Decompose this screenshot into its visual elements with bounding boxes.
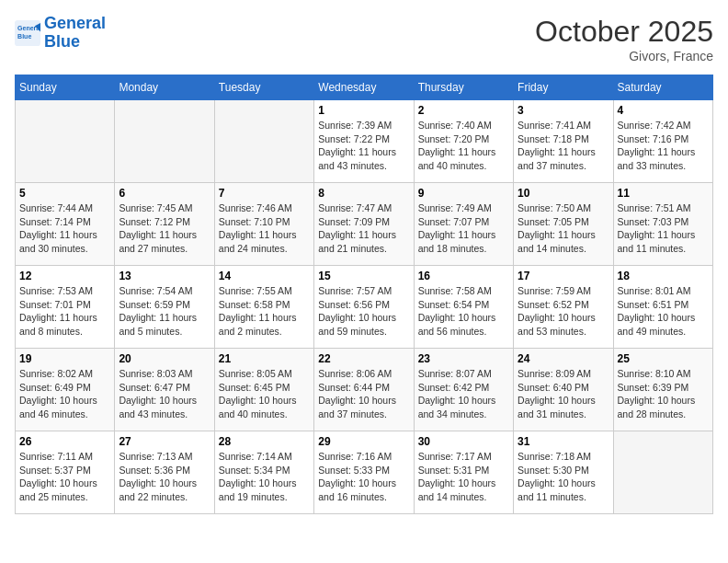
- calendar-week-3: 12Sunrise: 7:53 AM Sunset: 7:01 PM Dayli…: [16, 266, 713, 349]
- day-info: Sunrise: 8:03 AM Sunset: 6:47 PM Dayligh…: [119, 367, 210, 421]
- calendar-cell: 19Sunrise: 8:02 AM Sunset: 6:49 PM Dayli…: [16, 349, 115, 431]
- day-number: 13: [119, 270, 210, 282]
- calendar-cell: [613, 431, 712, 514]
- day-number: 8: [318, 187, 409, 200]
- calendar-cell: 6Sunrise: 7:45 AM Sunset: 7:12 PM Daylig…: [115, 183, 214, 266]
- day-info: Sunrise: 7:14 AM Sunset: 5:34 PM Dayligh…: [219, 450, 310, 504]
- day-number: 25: [618, 352, 709, 365]
- calendar-table: SundayMondayTuesdayWednesdayThursdayFrid…: [15, 75, 713, 514]
- day-info: Sunrise: 7:44 AM Sunset: 7:14 PM Dayligh…: [19, 201, 110, 256]
- calendar-cell: 22Sunrise: 8:06 AM Sunset: 6:44 PM Dayli…: [314, 349, 414, 431]
- day-info: Sunrise: 7:13 AM Sunset: 5:36 PM Dayligh…: [119, 450, 210, 504]
- day-number: 11: [618, 187, 709, 200]
- day-info: Sunrise: 7:51 AM Sunset: 7:03 PM Dayligh…: [618, 201, 709, 256]
- day-number: 10: [518, 187, 609, 200]
- calendar-cell: 12Sunrise: 7:53 AM Sunset: 7:01 PM Dayli…: [16, 266, 115, 349]
- weekday-header-friday: Friday: [514, 75, 613, 100]
- calendar-cell: 10Sunrise: 7:50 AM Sunset: 7:05 PM Dayli…: [514, 183, 613, 266]
- day-info: Sunrise: 8:06 AM Sunset: 6:44 PM Dayligh…: [318, 367, 409, 421]
- weekday-header-row: SundayMondayTuesdayWednesdayThursdayFrid…: [16, 75, 713, 100]
- day-number: 22: [318, 352, 409, 365]
- calendar-cell: [115, 100, 214, 183]
- day-info: Sunrise: 7:57 AM Sunset: 6:56 PM Dayligh…: [318, 284, 409, 339]
- day-number: 7: [219, 187, 310, 200]
- day-info: Sunrise: 7:45 AM Sunset: 7:12 PM Dayligh…: [119, 201, 210, 256]
- day-info: Sunrise: 7:16 AM Sunset: 5:33 PM Dayligh…: [318, 450, 409, 504]
- calendar-cell: 15Sunrise: 7:57 AM Sunset: 6:56 PM Dayli…: [314, 266, 414, 349]
- page-header: General Blue GeneralBlue October 2025 Gi…: [15, 15, 713, 63]
- day-number: 19: [19, 352, 110, 365]
- day-number: 5: [19, 187, 110, 200]
- day-number: 23: [418, 352, 509, 365]
- calendar-week-1: 1Sunrise: 7:39 AM Sunset: 7:22 PM Daylig…: [16, 100, 713, 183]
- calendar-cell: 28Sunrise: 7:14 AM Sunset: 5:34 PM Dayli…: [214, 431, 313, 514]
- calendar-cell: 23Sunrise: 8:07 AM Sunset: 6:42 PM Dayli…: [414, 349, 513, 431]
- day-info: Sunrise: 8:10 AM Sunset: 6:39 PM Dayligh…: [618, 367, 709, 421]
- day-number: 9: [418, 187, 509, 200]
- calendar-cell: 30Sunrise: 7:17 AM Sunset: 5:31 PM Dayli…: [414, 431, 513, 514]
- day-number: 28: [219, 435, 310, 448]
- calendar-cell: 31Sunrise: 7:18 AM Sunset: 5:30 PM Dayli…: [514, 431, 613, 514]
- day-info: Sunrise: 7:58 AM Sunset: 6:54 PM Dayligh…: [418, 284, 509, 339]
- calendar-cell: 13Sunrise: 7:54 AM Sunset: 6:59 PM Dayli…: [115, 266, 214, 349]
- month-title: October 2025: [535, 15, 713, 49]
- logo-icon: General Blue: [15, 20, 40, 46]
- day-number: 16: [418, 270, 509, 282]
- day-number: 24: [518, 352, 609, 365]
- calendar-cell: 26Sunrise: 7:11 AM Sunset: 5:37 PM Dayli…: [16, 431, 115, 514]
- svg-text:Blue: Blue: [17, 33, 31, 40]
- weekday-header-thursday: Thursday: [414, 75, 513, 100]
- calendar-cell: 20Sunrise: 8:03 AM Sunset: 6:47 PM Dayli…: [115, 349, 214, 431]
- day-info: Sunrise: 8:02 AM Sunset: 6:49 PM Dayligh…: [19, 367, 110, 421]
- calendar-cell: 21Sunrise: 8:05 AM Sunset: 6:45 PM Dayli…: [214, 349, 313, 431]
- day-info: Sunrise: 7:17 AM Sunset: 5:31 PM Dayligh…: [418, 450, 509, 504]
- day-number: 17: [518, 270, 609, 282]
- calendar-cell: 16Sunrise: 7:58 AM Sunset: 6:54 PM Dayli…: [414, 266, 513, 349]
- weekday-header-tuesday: Tuesday: [214, 75, 313, 100]
- calendar-week-2: 5Sunrise: 7:44 AM Sunset: 7:14 PM Daylig…: [16, 183, 713, 266]
- day-info: Sunrise: 7:41 AM Sunset: 7:18 PM Dayligh…: [518, 119, 609, 173]
- calendar-cell: 18Sunrise: 8:01 AM Sunset: 6:51 PM Dayli…: [613, 266, 712, 349]
- day-number: 27: [119, 435, 210, 448]
- calendar-cell: 25Sunrise: 8:10 AM Sunset: 6:39 PM Dayli…: [613, 349, 712, 431]
- calendar-cell: 14Sunrise: 7:55 AM Sunset: 6:58 PM Dayli…: [214, 266, 313, 349]
- logo-text: GeneralBlue: [44, 15, 106, 52]
- calendar-week-4: 19Sunrise: 8:02 AM Sunset: 6:49 PM Dayli…: [16, 349, 713, 431]
- day-number: 3: [518, 104, 609, 117]
- day-info: Sunrise: 8:09 AM Sunset: 6:40 PM Dayligh…: [518, 367, 609, 421]
- day-number: 2: [418, 104, 509, 117]
- calendar-cell: 4Sunrise: 7:42 AM Sunset: 7:16 PM Daylig…: [613, 100, 712, 183]
- day-number: 30: [418, 435, 509, 448]
- day-info: Sunrise: 7:11 AM Sunset: 5:37 PM Dayligh…: [19, 450, 110, 504]
- day-info: Sunrise: 7:42 AM Sunset: 7:16 PM Dayligh…: [618, 119, 709, 173]
- calendar-cell: 29Sunrise: 7:16 AM Sunset: 5:33 PM Dayli…: [314, 431, 414, 514]
- day-info: Sunrise: 8:01 AM Sunset: 6:51 PM Dayligh…: [618, 284, 709, 339]
- day-number: 29: [318, 435, 409, 448]
- calendar-cell: 5Sunrise: 7:44 AM Sunset: 7:14 PM Daylig…: [16, 183, 115, 266]
- calendar-cell: 24Sunrise: 8:09 AM Sunset: 6:40 PM Dayli…: [514, 349, 613, 431]
- calendar-cell: [16, 100, 115, 183]
- location: Givors, France: [535, 49, 713, 63]
- day-info: Sunrise: 7:54 AM Sunset: 6:59 PM Dayligh…: [119, 284, 210, 339]
- calendar-week-5: 26Sunrise: 7:11 AM Sunset: 5:37 PM Dayli…: [16, 431, 713, 514]
- calendar-cell: 27Sunrise: 7:13 AM Sunset: 5:36 PM Dayli…: [115, 431, 214, 514]
- day-number: 26: [19, 435, 110, 448]
- day-number: 4: [618, 104, 709, 117]
- day-info: Sunrise: 8:05 AM Sunset: 6:45 PM Dayligh…: [219, 367, 310, 421]
- day-info: Sunrise: 7:46 AM Sunset: 7:10 PM Dayligh…: [219, 201, 310, 256]
- weekday-header-monday: Monday: [115, 75, 214, 100]
- day-number: 18: [618, 270, 709, 282]
- day-info: Sunrise: 8:07 AM Sunset: 6:42 PM Dayligh…: [418, 367, 509, 421]
- calendar-cell: 17Sunrise: 7:59 AM Sunset: 6:52 PM Dayli…: [514, 266, 613, 349]
- day-number: 14: [219, 270, 310, 282]
- day-info: Sunrise: 7:50 AM Sunset: 7:05 PM Dayligh…: [518, 201, 609, 256]
- calendar-cell: 9Sunrise: 7:49 AM Sunset: 7:07 PM Daylig…: [414, 183, 513, 266]
- day-info: Sunrise: 7:55 AM Sunset: 6:58 PM Dayligh…: [219, 284, 310, 339]
- title-block: October 2025 Givors, France: [535, 15, 713, 63]
- calendar-cell: 2Sunrise: 7:40 AM Sunset: 7:20 PM Daylig…: [414, 100, 513, 183]
- day-number: 15: [318, 270, 409, 282]
- day-info: Sunrise: 7:39 AM Sunset: 7:22 PM Dayligh…: [318, 119, 409, 173]
- calendar-cell: 3Sunrise: 7:41 AM Sunset: 7:18 PM Daylig…: [514, 100, 613, 183]
- day-number: 12: [19, 270, 110, 282]
- calendar-cell: [214, 100, 313, 183]
